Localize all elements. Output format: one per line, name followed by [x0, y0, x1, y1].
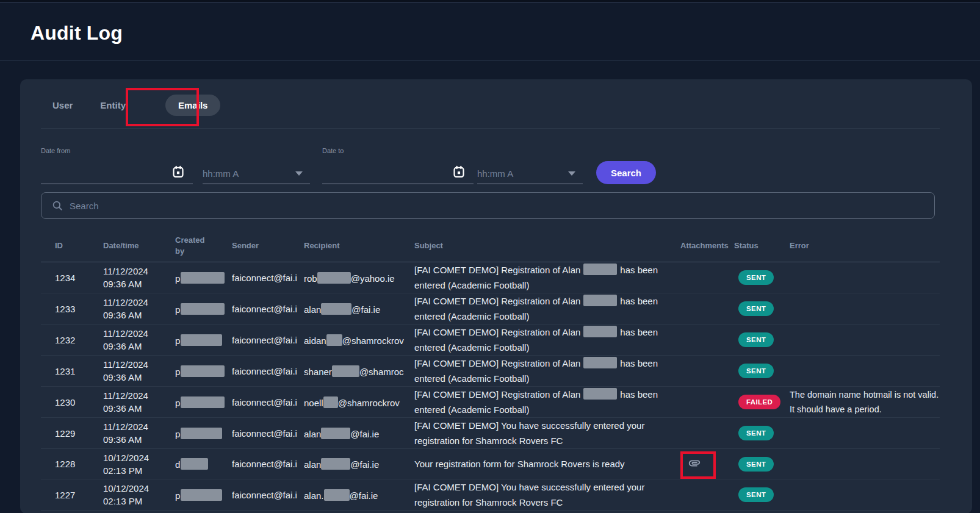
column-header-created-by: Created by: [174, 235, 212, 257]
tab-user[interactable]: User: [52, 100, 73, 110]
cell-recipient: alan@fai.ie: [304, 428, 412, 439]
cell-attachments: [680, 456, 734, 472]
redaction-box: [583, 295, 617, 306]
paperclip-icon[interactable]: [688, 461, 701, 472]
cell-created-by: p: [174, 272, 232, 284]
tab-entity[interactable]: Entity: [100, 100, 126, 110]
redaction-box: [583, 388, 617, 400]
search-icon: [52, 200, 63, 211]
column-header-subject: Subject: [412, 241, 680, 250]
status-badge: SENT: [738, 457, 774, 472]
cell-status: SENT: [734, 332, 790, 347]
redaction-box: [181, 489, 222, 501]
tab-emails[interactable]: Emails: [165, 95, 220, 116]
cell-sender: faiconnect@fai.i: [232, 366, 304, 376]
redaction-box: [583, 357, 617, 368]
date-from-input[interactable]: [41, 168, 193, 184]
table-row[interactable]: 1234 11/12/202409:36 AM p faiconnect@fai…: [41, 262, 940, 293]
chevron-down-icon: [568, 171, 575, 176]
redaction-box: [181, 303, 225, 315]
redaction-box: [323, 396, 338, 408]
cell-datetime: 11/12/202409:36 AM: [102, 296, 174, 321]
cell-sender: faiconnect@fai.i: [232, 273, 304, 283]
table-row[interactable]: 1231 11/12/202409:36 AM p faiconnect@fai…: [41, 356, 940, 387]
search-input[interactable]: [70, 201, 934, 211]
date-from-field: Date from: [41, 147, 193, 184]
cell-sender: faiconnect@fai.i: [232, 428, 304, 439]
chevron-down-icon: [295, 171, 303, 176]
redaction-box: [181, 428, 222, 439]
table-row[interactable]: 1232 11/12/202409:36 AM p faiconnect@fai…: [41, 325, 940, 356]
cell-created-by: p: [174, 365, 232, 377]
filters-row: Date from: [41, 147, 972, 184]
audit-log-panel: User Entity Emails Date from: [20, 79, 972, 513]
calendar-icon[interactable]: [172, 165, 184, 179]
redaction-box: [321, 428, 350, 439]
status-badge: FAILED: [738, 395, 780, 409]
cell-id: 1232: [41, 335, 102, 345]
redaction-box: [326, 334, 342, 346]
cell-created-by: d: [174, 458, 232, 470]
cell-created-by: p: [174, 396, 232, 408]
cell-sender: faiconnect@fai.i: [232, 459, 304, 469]
time-to-input[interactable]: [477, 168, 583, 184]
cell-recipient: noell@shamrockrov: [304, 396, 412, 408]
time-to-field: [477, 165, 583, 184]
table-row[interactable]: 1230 11/12/202409:36 AM p faiconnect@fai…: [41, 387, 940, 418]
table-row[interactable]: 1229 11/12/202409:36 AM p faiconnect@fai…: [41, 418, 940, 449]
calendar-icon[interactable]: [453, 165, 465, 179]
column-header-sender: Sender: [232, 241, 304, 250]
cell-created-by: p: [174, 428, 232, 439]
cell-datetime: 10/12/202402:13 PM: [102, 482, 174, 508]
cell-sender: faiconnect@fai.i: [232, 304, 304, 314]
cell-datetime: 11/12/202409:36 AM: [102, 389, 174, 415]
time-from-input[interactable]: [203, 168, 310, 184]
cell-status: SENT: [734, 487, 790, 502]
cell-subject: [FAI COMET DEMO] Registration of Alanhas…: [412, 356, 680, 386]
cell-recipient: aidan@shamrockrov: [304, 334, 412, 346]
cell-sender: faiconnect@fai.i: [232, 397, 304, 407]
redaction-box: [181, 272, 225, 284]
status-badge: SENT: [738, 364, 774, 378]
cell-status: SENT: [734, 426, 790, 440]
cell-datetime: 11/12/202409:36 AM: [102, 265, 174, 290]
cell-subject: [FAI COMET DEMO] Registration of Alanhas…: [412, 262, 680, 293]
date-from-label: Date from: [41, 147, 193, 154]
column-header-error: Error: [790, 241, 940, 250]
column-header-id: ID: [41, 241, 102, 250]
cell-recipient: rob@yahoo.ie: [304, 272, 412, 284]
column-header-datetime: Date/time: [102, 241, 174, 250]
redaction-box: [181, 334, 222, 346]
date-to-input[interactable]: [322, 168, 474, 184]
cell-id: 1228: [41, 459, 102, 469]
search-bar: [41, 192, 935, 219]
content: User Entity Emails Date from: [0, 61, 980, 513]
cell-subject: [FAI COMET DEMO] Registration of Alanhas…: [412, 293, 680, 324]
cell-status: SENT: [734, 457, 790, 472]
cell-status: SENT: [734, 301, 790, 316]
search-button[interactable]: Search: [596, 161, 656, 184]
cell-id: 1227: [41, 490, 102, 500]
table-row[interactable]: 1233 11/12/202409:36 AM p faiconnect@fai…: [41, 293, 940, 325]
redaction-box: [321, 458, 350, 470]
cell-subject: [FAI COMET DEMO] You have successfully e…: [412, 418, 680, 448]
cell-subject: [FAI COMET DEMO] Registration of Alanhas…: [412, 325, 680, 355]
cell-datetime: 11/12/202409:36 AM: [102, 358, 174, 384]
table-row[interactable]: 1227 10/12/202402:13 PM p faiconnect@fai…: [41, 479, 940, 511]
column-header-attachments: Attachments: [680, 241, 734, 250]
cell-subject: Your registration form for Shamrock Rove…: [412, 456, 680, 472]
table-row[interactable]: 1228 10/12/202402:13 PM d faiconnect@fai…: [41, 449, 940, 479]
cell-id: 1231: [41, 366, 102, 376]
cell-recipient: alan.@fai.ie: [304, 489, 412, 501]
cell-datetime: 11/12/202409:36 AM: [102, 420, 174, 446]
cell-datetime: 10/12/202402:13 PM: [102, 451, 174, 477]
status-badge: SENT: [738, 487, 774, 502]
cell-recipient: shaner@shamroc: [304, 365, 412, 377]
cell-created-by: p: [174, 334, 232, 346]
status-badge: SENT: [738, 332, 774, 347]
redaction-box: [181, 396, 225, 408]
cell-recipient: alan@fai.ie: [304, 303, 412, 315]
status-badge: SENT: [738, 301, 774, 316]
cell-created-by: p: [174, 489, 232, 501]
redaction-box: [181, 458, 208, 470]
